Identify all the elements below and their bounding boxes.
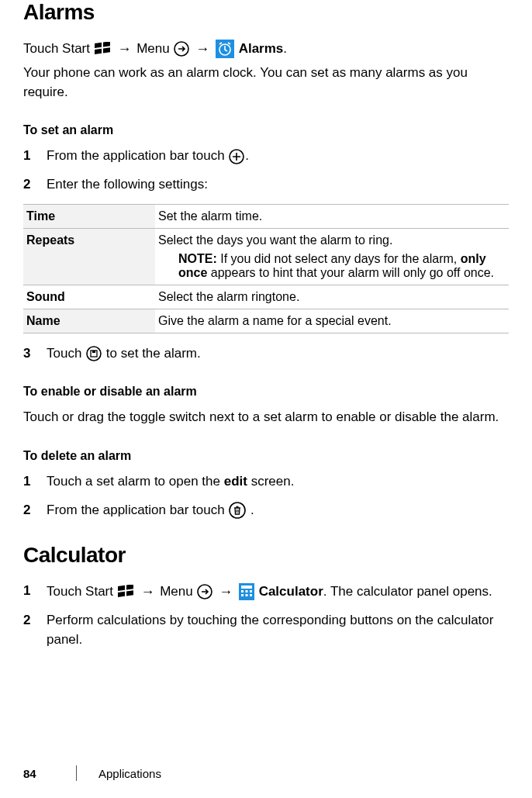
svg-rect-20 — [245, 590, 247, 592]
step-number: 2 — [23, 501, 47, 520]
step-text: Touch — [47, 346, 85, 361]
step-text: Touch a set alarm to open the — [47, 474, 224, 489]
to-set-alarm-head: To set an alarm — [23, 123, 509, 137]
arrow-icon: → — [140, 582, 154, 602]
svg-rect-21 — [250, 590, 252, 592]
alarms-app-icon — [216, 40, 234, 58]
text-menu: Menu — [160, 584, 196, 599]
step-number: 1 — [23, 147, 47, 166]
page-number: 84 — [23, 767, 54, 780]
step-text: . The calculator panel opens. — [323, 584, 492, 599]
calculator-app-icon — [239, 583, 254, 600]
step-text: screen. — [247, 474, 294, 489]
start-tiles-icon — [118, 585, 135, 599]
step-text: . — [250, 503, 254, 517]
set-step-2: 2 Enter the following settings: — [23, 175, 509, 195]
table-row: Name Give the alarm a name for a special… — [23, 309, 509, 333]
cell-key-name: Name — [23, 309, 155, 333]
svg-rect-19 — [241, 590, 244, 592]
step-number: 1 — [23, 582, 47, 602]
delete-step-1: 1 Touch a set alarm to open the edit scr… — [23, 472, 509, 492]
enable-disable-head: To enable or disable an alarm — [23, 385, 509, 399]
arrow-icon: → — [195, 39, 209, 59]
table-row: Repeats Select the days you want the ala… — [23, 228, 509, 285]
svg-rect-15 — [126, 590, 133, 596]
svg-rect-1 — [103, 42, 110, 47]
cell-val-time: Set the alarm time. — [155, 204, 509, 228]
step-text: to set the alarm. — [106, 346, 201, 361]
set-step-3: 3 Touch to set the alarm. — [23, 344, 509, 364]
step-number: 3 — [23, 344, 47, 364]
text-touch-start: Touch Start — [47, 584, 117, 599]
svg-rect-22 — [241, 594, 244, 596]
menu-arrow-circle-icon — [197, 584, 212, 599]
delete-alarm-head: To delete an alarm — [23, 449, 509, 463]
set-step-1: 1 From the application bar touch . — [23, 147, 509, 166]
svg-rect-23 — [245, 594, 247, 596]
footer-section: Applications — [98, 767, 161, 780]
svg-rect-0 — [95, 43, 102, 48]
calc-step-2: 2 Perform calculations by touching the c… — [23, 611, 509, 649]
add-circle-icon — [229, 149, 244, 164]
step-number: 2 — [23, 611, 47, 649]
table-row: Time Set the alarm time. — [23, 204, 509, 228]
calc-step-1: 1 Touch Start → Menu — [23, 582, 509, 602]
svg-rect-18 — [241, 586, 252, 589]
save-disk-circle-icon — [86, 346, 102, 361]
menu-arrow-circle-icon — [174, 41, 189, 57]
step-number: 1 — [23, 472, 47, 492]
edit-bold: edit — [224, 474, 247, 489]
step-text: . — [245, 148, 249, 163]
alarms-heading: Alarms — [23, 0, 509, 25]
text-touch-start: Touch Start — [23, 41, 94, 56]
page-footer: 84 Applications — [23, 751, 509, 798]
enable-disable-body: Touch or drag the toggle switch next to … — [23, 408, 509, 427]
step-number: 2 — [23, 175, 47, 195]
note-label: NOTE: — [178, 252, 217, 265]
table-row: Sound Select the alarm ringtone. — [23, 285, 509, 309]
delete-step-2: 2 From the application bar touch . — [23, 501, 509, 520]
svg-point-8 — [87, 347, 101, 361]
svg-rect-13 — [126, 585, 133, 589]
note-text: appears to hint that your alarm will onl… — [207, 266, 494, 279]
alarms-label: Alarms — [239, 41, 284, 56]
trash-circle-icon — [229, 502, 246, 519]
svg-point-11 — [230, 503, 245, 518]
step-text: Perform calculations by touching the cor… — [47, 611, 509, 649]
start-tiles-icon — [95, 42, 112, 56]
cell-key-sound: Sound — [23, 285, 155, 309]
alarms-intro: Your phone can work as an alarm clock. Y… — [23, 64, 509, 102]
cell-val-name: Give the alarm a name for a special even… — [155, 309, 509, 333]
calculator-heading: Calculator — [23, 543, 509, 568]
arrow-icon: → — [117, 39, 131, 59]
note-text: If you did not select any days for the a… — [217, 252, 461, 265]
cell-val-repeats: Select the days you want the alarm to ri… — [155, 228, 509, 285]
svg-rect-14 — [118, 592, 125, 597]
alarm-settings-table: Time Set the alarm time. Repeats Select … — [23, 204, 509, 333]
svg-rect-10 — [92, 351, 95, 353]
repeats-main: Select the days you want the alarm to ri… — [158, 233, 503, 247]
svg-rect-2 — [95, 49, 102, 54]
svg-rect-3 — [103, 47, 110, 53]
arrow-icon: → — [219, 582, 233, 602]
step-text: From the application bar touch — [47, 148, 228, 163]
svg-rect-24 — [250, 594, 252, 596]
step-text: From the application bar touch — [47, 503, 228, 517]
cell-key-time: Time — [23, 204, 155, 228]
cell-key-repeats: Repeats — [23, 228, 155, 285]
repeats-note: NOTE: If you did not select any days for… — [158, 252, 503, 280]
period: . — [283, 41, 287, 56]
step-text: Enter the following settings: — [47, 175, 509, 195]
footer-divider — [76, 765, 77, 781]
text-menu: Menu — [136, 41, 173, 56]
alarms-nav-line: Touch Start → Menu → — [23, 39, 509, 59]
svg-rect-12 — [118, 586, 125, 591]
cell-val-sound: Select the alarm ringtone. — [155, 285, 509, 309]
calculator-label: Calculator — [259, 584, 323, 599]
